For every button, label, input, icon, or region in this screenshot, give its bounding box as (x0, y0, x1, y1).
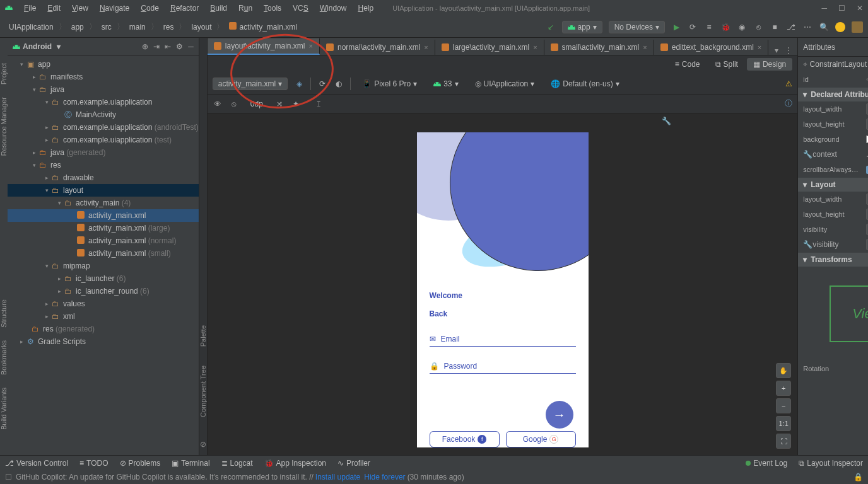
install-update-link[interactable]: Install update (315, 473, 360, 481)
todo-tab[interactable]: ≡TODO (79, 459, 108, 468)
editor-tab[interactable]: edittext_background.xml× (654, 40, 769, 55)
editor-tab[interactable]: small\activity_main.xml× (544, 40, 654, 55)
status-icon[interactable]: ☐ (5, 473, 12, 481)
bug-icon[interactable]: 🐞 (720, 22, 730, 32)
menu-navigate[interactable]: Navigate (95, 3, 134, 14)
tool-resource-manager[interactable]: Resource Manager (0, 91, 8, 163)
run-button[interactable]: ▶ (671, 22, 681, 32)
notification-icon[interactable] (835, 22, 845, 32)
project-view-selector[interactable]: Android▾ (13, 42, 61, 51)
device-preview[interactable]: WelcomeBack ✉Email 🔒Password → Facebookf… (417, 132, 589, 447)
menu-code[interactable]: Code (136, 3, 164, 14)
hide-forever-link[interactable]: Hide forever (364, 473, 405, 481)
problems-tab[interactable]: ⊘Problems (120, 459, 161, 468)
breadcrumb[interactable]: res (160, 21, 178, 33)
warning-icon[interactable]: ⊘ (200, 440, 206, 449)
profiler-tab[interactable]: ∿Profiler (337, 459, 370, 468)
tab-dropdown-icon[interactable]: ▾ (775, 46, 778, 55)
zoom-reset-button[interactable]: ⛶ (776, 434, 791, 449)
version-control-tab[interactable]: ⎇Version Control (5, 459, 68, 468)
menu-edit[interactable]: Edit (42, 3, 66, 14)
view-options-icon[interactable]: 👁 (213, 99, 223, 109)
menu-run[interactable]: Run (233, 3, 257, 14)
run-config-selector[interactable]: app▾ (562, 21, 602, 33)
menu-window[interactable]: Window (315, 3, 352, 14)
sync-icon[interactable]: ↙ (546, 22, 556, 32)
tool-structure[interactable]: Structure (0, 293, 8, 334)
palette-tab[interactable]: Palette (199, 325, 207, 347)
lock-icon[interactable]: 🔒 (853, 473, 863, 481)
infer-constraints-icon[interactable]: ✦ (291, 99, 301, 109)
menu-tools[interactable]: Tools (259, 3, 286, 14)
layout-icon[interactable]: ◈ (294, 79, 304, 89)
collapse-icon[interactable]: ⇥ (153, 42, 160, 51)
wrench-icon[interactable]: 🔧 (662, 117, 671, 125)
stop-icon[interactable]: ■ (770, 22, 780, 32)
tool-bookmarks[interactable]: Bookmarks (0, 334, 8, 381)
code-mode-button[interactable]: ≡Code (669, 58, 707, 71)
breadcrumb[interactable]: src (98, 21, 115, 33)
breadcrumb[interactable]: main (126, 21, 150, 33)
design-canvas[interactable]: 🔧 WelcomeBack ✉Email 🔒Password → Faceboo… (208, 113, 797, 455)
git-icon[interactable]: ⎇ (786, 22, 796, 32)
theme-picker[interactable]: ◎UIApplication▾ (470, 78, 540, 89)
minimize-button[interactable]: ─ (821, 4, 827, 13)
more-icon[interactable]: ⋯ (802, 22, 812, 32)
editor-tab[interactable]: layout\activity_main.xml× (208, 38, 320, 55)
clear-constraints-icon[interactable]: ⤨ (274, 99, 284, 109)
device-picker[interactable]: 📱Pixel 6 Pro▾ (357, 78, 422, 89)
breadcrumb[interactable]: app (67, 21, 88, 33)
tool-build-variants[interactable]: Build Variants (0, 381, 8, 436)
disable-tooltip-icon[interactable]: ⦸ (229, 99, 239, 109)
layout-inspector-tab[interactable]: ⧉Layout Inspector (799, 459, 863, 468)
project-tree[interactable]: ▾▣app ▸🗀manifests ▾🗀java ▾🗀com.example.u… (8, 55, 199, 455)
editor-tab[interactable]: large\activity_main.xml× (435, 40, 544, 55)
zoom-in-button[interactable]: + (776, 381, 791, 396)
editor-tab[interactable]: normal\activity_main.xml× (320, 40, 435, 55)
api-picker[interactable]: 33▾ (428, 78, 463, 89)
event-log-tab[interactable]: Event Log (746, 459, 787, 468)
file-selector[interactable]: activity_main.xml▾ (213, 78, 288, 90)
warnings-icon[interactable]: ⚠ (785, 79, 792, 88)
close-button[interactable]: ✕ (857, 4, 863, 13)
tool-project[interactable]: Project (0, 57, 8, 91)
guidelines-icon[interactable]: 𝙸 (314, 99, 324, 109)
night-icon[interactable]: ◐ (334, 79, 344, 89)
breadcrumb[interactable]: activity_main.xml (225, 21, 300, 33)
orientation-icon[interactable]: ⟳ (317, 79, 327, 89)
zoom-fit-button[interactable]: 1:1 (776, 416, 791, 431)
terminal-tab[interactable]: ▣Terminal (172, 459, 209, 468)
zoom-out-button[interactable]: − (776, 398, 791, 413)
breadcrumb[interactable]: UIApplication (5, 21, 57, 33)
locale-picker[interactable]: 🌐Default (en-us)▾ (546, 78, 624, 89)
coverage-icon[interactable]: ◉ (737, 22, 747, 32)
app-inspection-tab[interactable]: 🐞App Inspection (264, 459, 326, 468)
menu-build[interactable]: Build (205, 3, 232, 14)
tab-more-icon[interactable]: ⋮ (785, 46, 792, 55)
device-selector[interactable]: No Devices▾ (609, 21, 665, 33)
user-avatar[interactable] (852, 21, 863, 33)
attach-icon[interactable]: ⎋ (753, 22, 763, 32)
window-controls: ─ ☐ ✕ (821, 4, 863, 13)
logcat-tab[interactable]: ≣Logcat (221, 459, 253, 468)
menu-view[interactable]: View (67, 3, 93, 14)
default-margin[interactable]: 0dp (245, 98, 268, 110)
search-icon[interactable]: 🔍 (819, 22, 829, 32)
design-mode-button[interactable]: ▦Design (747, 58, 792, 71)
menu-help[interactable]: Help (353, 3, 378, 14)
pan-button[interactable]: ✋ (776, 363, 791, 378)
split-mode-button[interactable]: ⧉Split (709, 58, 744, 71)
gear-icon[interactable]: ⚙ (176, 42, 183, 51)
profile-icon[interactable]: ≡ (704, 22, 714, 32)
breadcrumb[interactable]: layout (187, 21, 215, 33)
menu-file[interactable]: File (19, 3, 41, 14)
menu-refactor[interactable]: Refactor (165, 3, 204, 14)
debug-icon[interactable]: ⟳ (688, 22, 698, 32)
component-tree-tab[interactable]: Component Tree (199, 366, 207, 417)
help-icon[interactable]: ⓘ (785, 98, 792, 109)
hide-icon[interactable]: ─ (188, 42, 194, 51)
menu-vcs[interactable]: VCS (288, 3, 314, 14)
locate-icon[interactable]: ⊕ (142, 42, 148, 51)
expand-icon[interactable]: ⇤ (165, 42, 171, 51)
maximize-button[interactable]: ☐ (838, 4, 845, 13)
